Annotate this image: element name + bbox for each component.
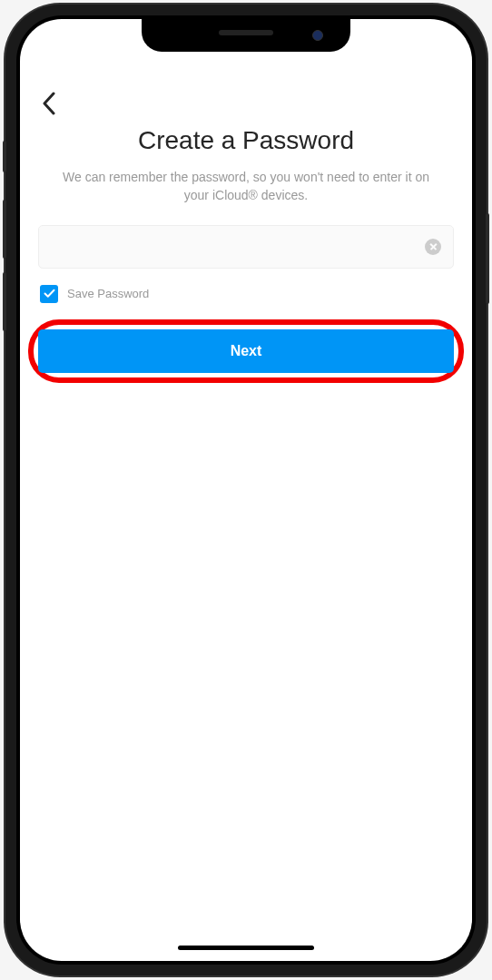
screen: Create a Password We can remember the pa…: [20, 19, 472, 961]
next-button[interactable]: Next: [38, 329, 454, 373]
save-password-label: Save Password: [67, 287, 149, 300]
back-button[interactable]: [42, 92, 56, 119]
home-indicator[interactable]: [178, 946, 314, 950]
annotation-highlight: Next: [28, 319, 464, 383]
save-password-row: Save Password: [38, 285, 454, 303]
clear-input-icon[interactable]: [425, 239, 441, 255]
chevron-left-icon: [42, 92, 56, 115]
phone-side-button: [3, 272, 6, 331]
phone-side-button: [3, 200, 6, 259]
phone-side-button: [3, 141, 6, 172]
save-password-checkbox[interactable]: [40, 285, 58, 303]
checkmark-icon: [44, 289, 55, 299]
page-content: Create a Password We can remember the pa…: [20, 19, 472, 961]
phone-camera: [312, 30, 323, 41]
page-title: Create a Password: [38, 126, 454, 155]
phone-frame: Create a Password We can remember the pa…: [5, 5, 487, 975]
page-subtitle: We can remember the password, so you won…: [38, 168, 454, 205]
phone-side-button: [486, 213, 489, 304]
password-input[interactable]: [38, 225, 454, 269]
phone-notch: [142, 19, 350, 52]
phone-inner: Create a Password We can remember the pa…: [16, 15, 476, 965]
password-input-wrapper: [38, 225, 454, 269]
phone-speaker: [219, 30, 273, 35]
